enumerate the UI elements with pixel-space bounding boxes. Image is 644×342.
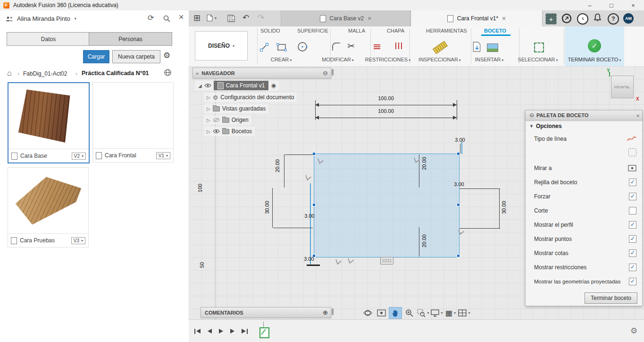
job-status-clock-icon[interactable] bbox=[577, 13, 588, 25]
search-icon[interactable] bbox=[163, 15, 170, 22]
group-insertar[interactable]: INSERTAR▾ bbox=[470, 57, 508, 62]
save-icon[interactable] bbox=[227, 15, 235, 22]
construction-line-type-icon[interactable] bbox=[628, 148, 636, 156]
browser-root-row[interactable]: ◢ Cara Frontal v1 ◉ bbox=[195, 81, 279, 90]
dimension-value[interactable]: 3.00 bbox=[300, 256, 318, 262]
spline-line-type-icon[interactable] bbox=[627, 136, 636, 142]
vertical-constraint-icon[interactable] bbox=[394, 43, 403, 51]
timeline-skip-start-button[interactable] bbox=[194, 327, 201, 335]
checkbox[interactable] bbox=[629, 193, 636, 200]
new-tab-button[interactable]: + bbox=[545, 13, 557, 25]
rollup-icon[interactable]: ⊖ bbox=[323, 69, 328, 77]
expand-icon[interactable]: ▷ bbox=[207, 118, 210, 123]
browser-item-saved-views[interactable]: ▷ Vistas guardadas bbox=[204, 104, 268, 113]
new-folder-button[interactable]: Nueva carpeta bbox=[112, 50, 160, 63]
team-name[interactable]: Alina Miranda Pinto bbox=[17, 15, 70, 22]
horizontal-constraint-icon[interactable] bbox=[374, 43, 380, 50]
restore-button[interactable]: □ bbox=[601, 0, 622, 10]
refresh-icon[interactable]: ⟳ bbox=[148, 14, 154, 22]
sketch-point[interactable] bbox=[312, 203, 316, 206]
category-herramientas[interactable]: HERRAMIENTAS bbox=[426, 28, 467, 34]
user-avatar[interactable]: AM bbox=[623, 13, 634, 24]
file-card-cara-frontal[interactable]: Cara Frontal V1▾ bbox=[92, 82, 174, 162]
data-settings-gear-icon[interactable]: ⚙ bbox=[163, 51, 170, 60]
active-document-node[interactable]: Cara Frontal v1 bbox=[214, 81, 269, 90]
close-window-button[interactable]: × bbox=[622, 0, 644, 10]
select-tool-icon[interactable] bbox=[534, 43, 544, 52]
rectangle-tool-icon[interactable] bbox=[276, 43, 287, 52]
file-card-cara-base[interactable]: Cara Base V2▾ bbox=[8, 82, 90, 163]
grid-settings-icon[interactable]: ▦ ▾ bbox=[444, 308, 457, 318]
dimension-value[interactable]: 3.00 bbox=[300, 213, 319, 219]
redo-icon[interactable]: ↷ bbox=[258, 14, 264, 22]
group-modificar[interactable]: MODIFICAR▾ bbox=[319, 57, 357, 62]
finish-sketch-button[interactable]: TERMINAR BOCETO▾ bbox=[565, 57, 624, 62]
file-card-cara-pruebas[interactable]: Cara Pruebas V3▾ bbox=[8, 167, 89, 248]
sketch-point[interactable] bbox=[457, 152, 460, 155]
pan-hand-icon[interactable] bbox=[389, 307, 402, 319]
version-dropdown[interactable]: V2▾ bbox=[72, 153, 86, 160]
category-chapa[interactable]: CHAPA bbox=[387, 28, 404, 34]
timeline-play-button[interactable] bbox=[219, 327, 223, 335]
sketch-offset-line-top-right[interactable] bbox=[461, 142, 462, 154]
panel-grip[interactable] bbox=[332, 69, 334, 76]
undo-icon[interactable]: ↶ bbox=[243, 14, 249, 22]
collapse-panel-icon[interactable]: « bbox=[196, 70, 199, 76]
home-icon[interactable]: ⌂ bbox=[7, 69, 12, 77]
version-dropdown[interactable]: V1▾ bbox=[156, 152, 170, 159]
root-expand-icon[interactable]: ◢ bbox=[198, 83, 202, 88]
visibility-eye-icon[interactable] bbox=[204, 83, 211, 88]
dimension-value[interactable]: 100.00 bbox=[376, 108, 396, 114]
visibility-eye-icon[interactable] bbox=[213, 129, 220, 134]
constraint-icon[interactable] bbox=[305, 172, 311, 181]
viewcube-front-face[interactable]: FRONTAL bbox=[614, 86, 630, 89]
sketch-profile-rectangle[interactable] bbox=[314, 154, 460, 257]
checkbox[interactable] bbox=[629, 278, 636, 285]
timeline-skip-end-button[interactable] bbox=[242, 327, 248, 335]
comments-bar[interactable]: COMENTARIOS ⊕ bbox=[201, 307, 331, 318]
fillet-tool-icon[interactable] bbox=[331, 42, 342, 52]
visibility-off-eye-icon[interactable] bbox=[213, 118, 220, 122]
expand-icon[interactable]: ▷ bbox=[207, 95, 210, 100]
breadcrumb-folder[interactable]: Práctica Calificada N°01 bbox=[82, 70, 149, 77]
tab-cara-base[interactable]: Cara Base v2 × bbox=[281, 10, 410, 26]
extensions-icon[interactable] bbox=[561, 13, 572, 24]
dimension-value[interactable]: 3.00 bbox=[450, 181, 468, 187]
version-dropdown[interactable]: V3▾ bbox=[71, 237, 85, 244]
workspace-selector[interactable]: DISEÑO▾ bbox=[195, 31, 248, 60]
options-section-header[interactable]: ▼ Opciones bbox=[526, 120, 642, 132]
tab-datos[interactable]: Datos bbox=[7, 32, 90, 46]
zoom-window-icon[interactable]: ▾ bbox=[417, 308, 429, 318]
checkbox[interactable] bbox=[629, 207, 636, 214]
viewports-icon[interactable]: ▾ bbox=[458, 308, 470, 318]
trim-scissors-icon[interactable]: ✂ bbox=[347, 41, 355, 51]
category-superficie[interactable]: SUPERFICIE bbox=[297, 28, 328, 34]
browser-item-sketches[interactable]: ▷ Bocetos bbox=[204, 127, 255, 136]
look-at-icon[interactable] bbox=[375, 308, 387, 318]
close-tab-icon[interactable]: × bbox=[502, 15, 506, 22]
checkbox[interactable] bbox=[629, 221, 636, 229]
group-crear[interactable]: CREAR▾ bbox=[267, 57, 295, 62]
dimension-value[interactable]: 20.00 bbox=[421, 231, 427, 251]
expand-icon[interactable]: ▷ bbox=[207, 106, 210, 111]
browser-item-doc-settings[interactable]: ▷ ⚙ Configuración del documento bbox=[204, 93, 297, 102]
team-caret-icon[interactable]: ▾ bbox=[75, 17, 76, 21]
tab-personas[interactable]: Personas bbox=[89, 32, 172, 46]
dimension-value[interactable]: 3.00 bbox=[451, 137, 469, 143]
finish-sketch-palette-button[interactable]: Terminar boceto bbox=[585, 292, 637, 304]
insert-image-icon[interactable] bbox=[487, 43, 498, 52]
file-menu-button[interactable]: ▾ bbox=[207, 14, 217, 22]
breadcrumb-project[interactable]: FabDig_01-Act02 bbox=[23, 70, 67, 77]
group-seleccionar[interactable]: SELECCIONAR▾ bbox=[514, 57, 561, 62]
timeline-step-forward-button[interactable] bbox=[230, 327, 234, 335]
orbit-icon[interactable] bbox=[361, 308, 374, 318]
notifications-bell-icon[interactable] bbox=[594, 13, 601, 22]
close-tab-icon[interactable]: × bbox=[368, 15, 371, 22]
add-comment-icon[interactable]: ⊕ bbox=[323, 309, 328, 316]
look-at-option-icon[interactable] bbox=[628, 165, 636, 171]
expand-icon[interactable]: ▷ bbox=[207, 129, 210, 134]
circle-tool-icon[interactable] bbox=[296, 41, 309, 53]
category-boceto[interactable]: BOCETO bbox=[484, 28, 506, 34]
browser-item-origin[interactable]: ▷ Origen bbox=[204, 115, 251, 125]
category-malla[interactable]: MALLA bbox=[348, 28, 365, 34]
